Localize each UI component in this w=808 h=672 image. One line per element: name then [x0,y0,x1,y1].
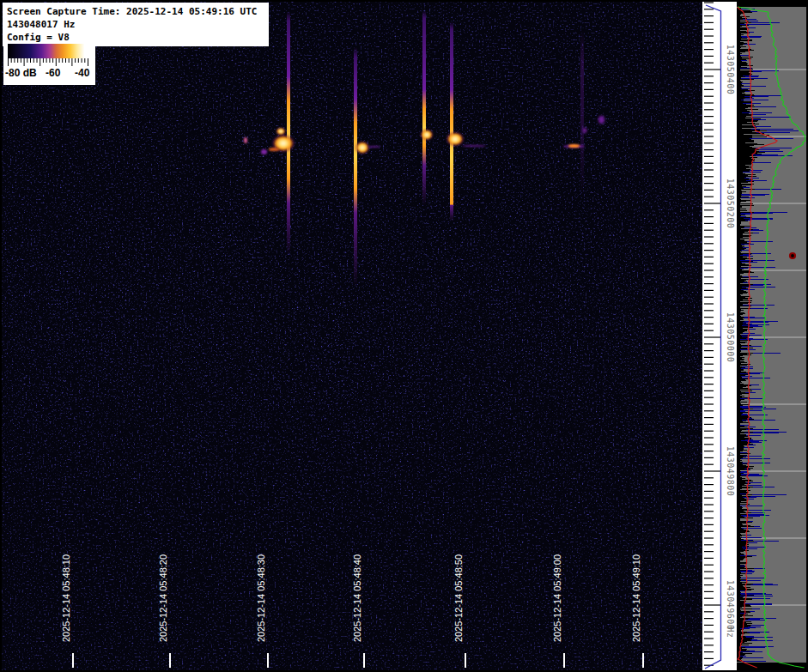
receiver-frequency-text: 143048017 Hz [7,18,264,31]
time-axis-label: 2025-12-14 05:48:30 [256,547,268,650]
time-axis-label: 2025-12-14 05:48:20 [158,547,170,650]
colorbar-ruler [8,58,88,67]
waterfall-spectrogram: 2025-12-14 05:48:10 2025-12-14 05:48:20 … [2,2,702,670]
time-axis-tick [363,653,365,668]
side-spectrum-panel [737,2,806,670]
time-axis-tick [267,653,269,668]
meteor-echo-blob [276,127,286,136]
colorbar-mid-label: -60 [46,67,60,79]
side-spectrum-plot [737,2,806,670]
time-axis-tick [72,653,74,668]
colorbar-min-label: -80 dB [5,67,37,79]
time-axis-tick [642,653,644,668]
capture-time-text: Screen Capture Time: 2025-12-14 05:49:16… [7,5,264,18]
meteor-echo-streak [354,47,357,288]
time-axis-tick [169,653,171,668]
faint-echo-spot [598,116,604,124]
capture-info-box: Screen Capture Time: 2025-12-14 05:49:16… [3,3,269,46]
meteor-echo-blob [581,126,588,135]
time-axis-label: 2025-12-14 05:49:00 [552,547,564,650]
time-axis-label: 2025-12-14 05:48:40 [352,547,364,650]
colorbar-max-label: -40 [75,67,89,79]
faint-echo-spot [368,146,380,148]
time-axis-label: 2025-12-14 05:49:10 [631,547,643,650]
meteor-echo-blob [420,129,434,141]
faint-echo-spot [462,145,486,147]
faint-echo-spot [269,148,279,151]
config-text: Config = V8 [7,31,264,44]
faint-echo-spot [261,149,267,154]
colorbar: -80 dB -60 -40 [3,44,95,85]
frequency-label: 143050000 [725,309,735,366]
meteor-echo-streak [422,10,426,206]
time-axis-label: 2025-12-14 05:48:50 [453,547,465,650]
frequency-label: 143049800 [725,443,735,499]
faint-echo-spot [244,137,247,143]
colorbar-gradient [8,44,88,58]
faint-echo-spot [568,144,580,148]
time-axis-tick [563,653,565,668]
meteor-echo-streak [580,30,584,197]
frequency-unit-label: Hz [725,604,735,661]
meteor-echo-streak [450,21,453,221]
meteor-echo-blob [355,141,370,154]
frequency-label: 143050400 [725,41,735,98]
time-axis-label: 2025-12-14 05:48:10 [61,547,73,650]
screen-capture-image: 2025-12-14 05:48:10 2025-12-14 05:48:20 … [0,0,808,672]
meteor-echo-blob [446,131,465,147]
frequency-label: 143050200 [725,175,735,232]
time-axis-tick [465,653,466,668]
meteor-echo-streak [287,11,290,256]
